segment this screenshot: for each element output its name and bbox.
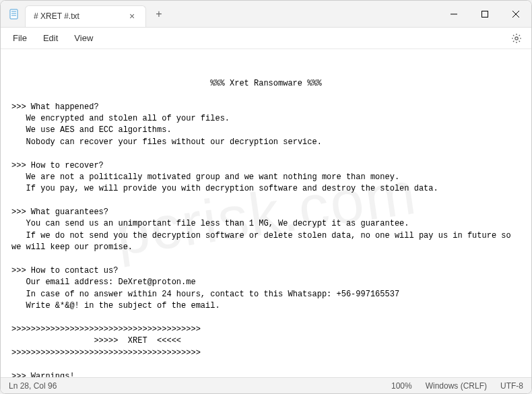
status-position: Ln 28, Col 96 <box>9 381 57 391</box>
new-tab-button[interactable]: + <box>149 4 169 24</box>
close-window-button[interactable] <box>500 1 531 27</box>
status-zoom[interactable]: 100% <box>391 381 412 391</box>
text-line: >>> What happened? <box>11 102 99 112</box>
text-line: Nobody can recover your files without ou… <box>11 137 322 147</box>
text-line: We are not a politically motivated group… <box>11 172 399 182</box>
text-line: >>> How to recover? <box>11 161 104 170</box>
menu-view[interactable]: View <box>66 30 101 46</box>
status-bar: Ln 28, Col 96 100% Windows (CRLF) UTF-8 <box>1 377 531 393</box>
menu-bar: File Edit View <box>1 28 531 49</box>
minimize-button[interactable] <box>438 1 469 27</box>
text-line: You can send us an unimportant file less… <box>11 219 409 228</box>
maximize-button[interactable] <box>469 1 500 27</box>
watermark-text: pcrisk.com <box>110 149 422 278</box>
text-line: Write &*&@! in the subject of the email. <box>11 301 220 310</box>
text-line: >>>>>>>>>>>>>>>>>>>>>>>>>>>>>>>>>>>>>>> <box>11 325 201 334</box>
tabs-area: # XRET #.txt × + <box>25 1 438 27</box>
tab-active[interactable]: # XRET #.txt × <box>25 5 146 27</box>
text-line: >>> Warnings! <box>11 372 75 377</box>
svg-point-8 <box>515 36 518 39</box>
text-line: >>>>> XRET <<<<< <box>11 336 181 346</box>
text-line: If you pay, we will provide you with dec… <box>11 184 438 193</box>
text-line: >>>>>>>>>>>>>>>>>>>>>>>>>>>>>>>>>>>>>>> <box>11 348 201 358</box>
status-line-ending[interactable]: Windows (CRLF) <box>426 381 487 391</box>
notepad-app-icon <box>9 9 20 20</box>
title-bar: # XRET #.txt × + <box>1 1 531 28</box>
text-line: >>> What guarantees? <box>11 207 108 217</box>
svg-rect-0 <box>10 9 18 19</box>
status-encoding[interactable]: UTF-8 <box>500 381 523 391</box>
window-controls <box>438 1 531 27</box>
svg-rect-5 <box>482 11 488 17</box>
doc-header: %%% Xret Ransomware %%% <box>11 78 521 90</box>
text-editor-area[interactable]: pcrisk.com %%% Xret Ransomware %%% >>> W… <box>1 49 531 377</box>
close-tab-icon[interactable]: × <box>127 11 137 22</box>
menu-edit[interactable]: Edit <box>35 30 66 46</box>
text-line: In case of no answer within 24 hours, co… <box>11 290 399 299</box>
text-line: If we do not send you the decryption sof… <box>11 231 516 252</box>
settings-button[interactable] <box>506 28 527 49</box>
tab-title: # XRET #.txt <box>34 11 79 21</box>
text-line: >>> How to contact us? <box>11 266 118 275</box>
text-line: We encrypted and stolen all of your file… <box>11 114 230 123</box>
notepad-window: # XRET #.txt × + File Edit View pcrisk.c… <box>0 0 532 394</box>
text-line: Our email address: DeXret@proton.me <box>11 277 196 287</box>
text-line: We use AES and ECC algorithms. <box>11 125 172 135</box>
menu-file[interactable]: File <box>5 30 35 46</box>
